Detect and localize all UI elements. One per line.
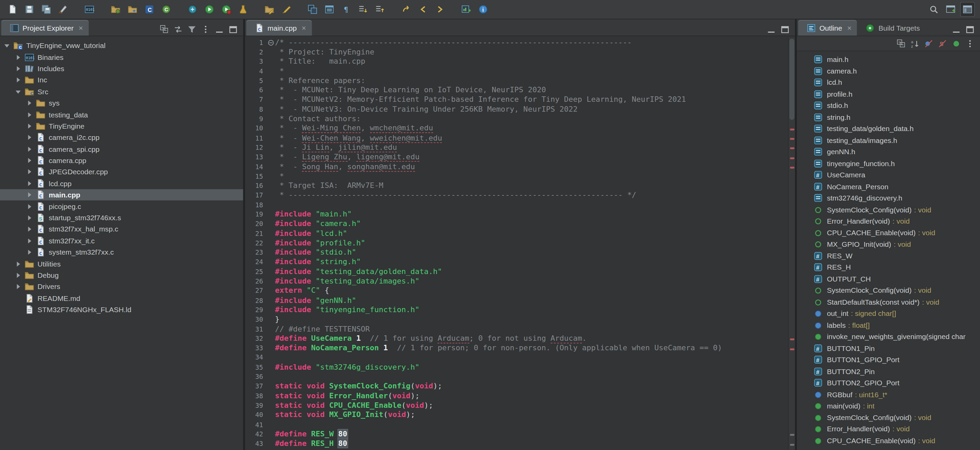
minimize-icon[interactable]	[213, 23, 226, 36]
sort-icon[interactable]: az	[909, 37, 921, 50]
tree-expand-arrow[interactable]	[26, 111, 33, 118]
tree-expand-arrow[interactable]	[26, 157, 33, 164]
outline-item-stdio.h[interactable]: stdio.h	[797, 100, 980, 111]
outline-item-SystemClock_Config(void)[interactable]: SystemClock_Config(void): void	[797, 285, 980, 296]
close-tab-icon[interactable]: ×	[79, 24, 83, 32]
code-line-12[interactable]: 12 * - Ji Lin, jilin@mit.edu	[245, 143, 788, 152]
tree-expand-arrow[interactable]	[15, 88, 22, 95]
tree-expand-arrow[interactable]	[26, 238, 33, 244]
outline-item-profile.h[interactable]: profile.h	[797, 89, 980, 100]
code-line-6[interactable]: 6 * - MCUNet: Tiny Deep Learning on IoT …	[245, 85, 788, 95]
annotation-mark[interactable]	[790, 147, 794, 149]
outline-item-BUTTON1_GPIO_Port[interactable]: #BUTTON1_GPIO_Port	[797, 354, 980, 366]
save-icon[interactable]	[22, 2, 37, 17]
forward-icon[interactable]	[433, 2, 447, 17]
tab-project-explorer[interactable]: Project Explorer ×	[2, 20, 89, 36]
import-project-icon[interactable]	[125, 2, 140, 17]
view-menu-icon[interactable]	[199, 23, 212, 36]
code-line-40[interactable]: 40static void MX_GPIO_Init(void);	[245, 410, 788, 419]
code-line-8[interactable]: 8 * - MCUNetV3: On-Device Training Under…	[245, 104, 788, 114]
fold-column[interactable]	[266, 38, 275, 47]
outline-item-BUTTON2_GPIO_Port[interactable]: #BUTTON2_GPIO_Port	[797, 377, 980, 389]
annotation-mark[interactable]	[790, 167, 794, 169]
outline-item-SystemClock_Config(void)[interactable]: SystemClock_Config(void): void	[797, 412, 980, 423]
cpp-perspective-icon[interactable]	[960, 2, 975, 17]
tree-expand-arrow[interactable]	[26, 226, 33, 233]
show-whitespace-icon[interactable]: ¶	[339, 2, 354, 17]
tree-item-Utilities[interactable]: Utilities	[0, 258, 243, 269]
outline-item-lcd.h[interactable]: lcd.h	[797, 77, 980, 89]
outline-item-UseCamera[interactable]: #UseCamera	[797, 169, 980, 181]
link-with-editor-icon[interactable]	[172, 23, 185, 36]
code-line-16[interactable]: 16 * Target ISA: ARMv7E-M	[245, 181, 788, 190]
annotation-mark[interactable]	[790, 128, 794, 130]
minimize-icon[interactable]	[765, 23, 778, 36]
binary-viewer-icon[interactable]: 0101	[82, 2, 97, 17]
outline-item-genNN.h[interactable]: genNN.h	[797, 146, 980, 158]
tree-item-system_stm32f7xx.c[interactable]: csystem_stm32f7xx.c	[0, 247, 243, 258]
code-line-5[interactable]: 5 * Reference papers:	[245, 76, 788, 85]
filter-icon[interactable]	[186, 23, 198, 36]
tab-outline[interactable]: Outline ×	[798, 20, 857, 36]
tree-item-Includes[interactable]: Includes	[0, 63, 243, 74]
next-annotation-icon[interactable]	[356, 2, 371, 17]
code-line-2[interactable]: 2 * Project: TinyEngine	[245, 47, 788, 57]
outline-item-RES_W[interactable]: #RES_W	[797, 250, 980, 262]
tree-item-Binaries[interactable]: 0101Binaries	[0, 51, 243, 63]
code-line-35[interactable]: 35#include "stm32746g_discovery.h"	[245, 362, 788, 372]
tree-expand-arrow[interactable]	[26, 100, 33, 106]
code-line-9[interactable]: 9 * Contact authors:	[245, 114, 788, 124]
maximize-icon[interactable]	[964, 23, 976, 36]
outline-item-out_int[interactable]: out_int: signed char[]	[797, 308, 980, 319]
code-line-33[interactable]: 33#define NoCamera_Person 1 // 1 for per…	[245, 343, 788, 353]
tab-main-cpp[interactable]: c main.cpp ×	[247, 20, 312, 36]
tree-item-startup_stm32f746xx.s[interactable]: Sstartup_stm32f746xx.s	[0, 212, 243, 223]
outline-item-string.h[interactable]: string.h	[797, 111, 980, 123]
hide-static-members-icon[interactable]: S	[936, 37, 949, 50]
code-line-38[interactable]: 38static void Error_Handler(void);	[245, 391, 788, 400]
help-info-icon[interactable]: i	[476, 2, 491, 17]
code-line-1[interactable]: 1/* ------------------------------------…	[245, 38, 788, 47]
code-line-36[interactable]: 36	[245, 372, 788, 381]
outline-item-OUTPUT_CH[interactable]: #OUTPUT_CH	[797, 273, 980, 285]
build-all-icon[interactable]	[56, 2, 70, 17]
tree-item-testing_data[interactable]: testing_data	[0, 109, 243, 120]
outline-item-BUTTON1_Pin[interactable]: #BUTTON1_Pin	[797, 342, 980, 354]
new-cpp-class-icon[interactable]: C	[159, 2, 174, 17]
open-element-icon[interactable]	[262, 2, 277, 17]
code-line-23[interactable]: 23#include "stdio.h"	[245, 247, 788, 257]
collapse-all-icon[interactable]	[158, 23, 171, 36]
tree-expand-arrow[interactable]	[4, 42, 11, 49]
run-icon[interactable]	[202, 2, 217, 17]
tree-expand-arrow[interactable]	[15, 77, 22, 83]
tree-expand-arrow[interactable]	[15, 284, 22, 290]
tree-item-camera_spi.cpp[interactable]: ccamera_spi.cpp	[0, 143, 243, 155]
tree-item-camera_i2c.cpp[interactable]: ccamera_i2c.cpp	[0, 132, 243, 143]
close-tab-icon[interactable]: ×	[847, 24, 851, 32]
annotation-mark[interactable]	[790, 138, 794, 140]
tree-expand-arrow[interactable]	[26, 203, 33, 210]
external-tools-icon[interactable]	[219, 2, 234, 17]
new-window-icon[interactable]	[305, 2, 320, 17]
code-line-20[interactable]: 20#include "camera.h"	[245, 219, 788, 228]
code-line-29[interactable]: 29#include "tinyengine_function.h"	[245, 305, 788, 315]
previous-annotation-icon[interactable]	[372, 2, 387, 17]
code-line-32[interactable]: 32#define UseCamera 1 // 1 for using Ard…	[245, 334, 788, 343]
tree-item-sys[interactable]: sys	[0, 97, 243, 109]
outline-item-main.h[interactable]: main.h	[797, 54, 980, 65]
clean-icon[interactable]	[279, 2, 294, 17]
tree-expand-arrow[interactable]	[15, 54, 22, 60]
code-line-11[interactable]: 11 * - Wei-Chen Wang, wweichen@mit.edu	[245, 133, 788, 143]
build-folder-icon[interactable]	[108, 2, 123, 17]
tree-expand-arrow[interactable]	[26, 134, 33, 141]
outline-item-invoke_new_weights_givenimg(signed char[interactable]: invoke_new_weights_givenimg(signed char	[797, 331, 980, 342]
outline-item-StartDefaultTask(const void*)[interactable]: StartDefaultTask(const void*): void	[797, 296, 980, 308]
outline-item-testing_data/golden_data.h[interactable]: testing_data/golden_data.h	[797, 123, 980, 135]
code-line-41[interactable]: 41	[245, 419, 788, 429]
annotation-mark[interactable]	[790, 444, 794, 445]
tree-expand-arrow[interactable]	[15, 272, 22, 279]
open-editor-icon[interactable]	[322, 2, 337, 17]
code-line-28[interactable]: 28#include "genNN.h"	[245, 295, 788, 305]
profiler-flask-icon[interactable]	[235, 2, 250, 17]
annotation-mark[interactable]	[790, 434, 794, 436]
